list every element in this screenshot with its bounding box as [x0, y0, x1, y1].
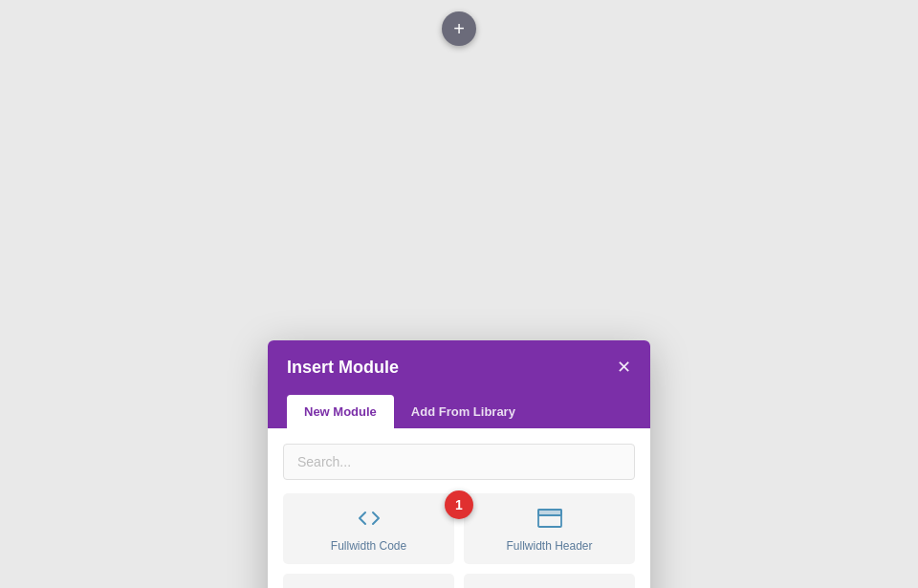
- plus-icon: +: [453, 18, 465, 40]
- module-card-fullwidth-image[interactable]: Fullwidth Image: [283, 574, 454, 589]
- page-background: + Insert Module ✕ New Module Add From Li…: [0, 0, 918, 588]
- header-icon: [537, 509, 562, 532]
- module-card-fullwidth-code[interactable]: Fullwidth Code: [283, 493, 454, 564]
- module-label-fullwidth-code: Fullwidth Code: [331, 539, 406, 553]
- add-module-button[interactable]: +: [442, 11, 476, 46]
- modal-title: Insert Module: [287, 358, 399, 378]
- module-label-fullwidth-header: Fullwidth Header: [506, 539, 592, 553]
- svg-rect-1: [538, 510, 561, 515]
- module-card-fullwidth-map[interactable]: Fullwidth Map: [464, 574, 635, 589]
- notification-badge: 1: [445, 490, 473, 519]
- close-button[interactable]: ✕: [617, 359, 631, 376]
- module-card-fullwidth-header[interactable]: Fullwidth Header: [464, 493, 635, 564]
- search-input[interactable]: [283, 444, 635, 480]
- insert-module-modal: Insert Module ✕ New Module Add From Libr…: [268, 340, 650, 589]
- code-icon: [358, 509, 381, 532]
- modal-tabs: New Module Add From Library: [268, 395, 650, 428]
- tab-add-from-library[interactable]: Add From Library: [394, 395, 533, 428]
- modal-header: Insert Module ✕: [268, 340, 650, 395]
- tab-new-module[interactable]: New Module: [287, 395, 394, 428]
